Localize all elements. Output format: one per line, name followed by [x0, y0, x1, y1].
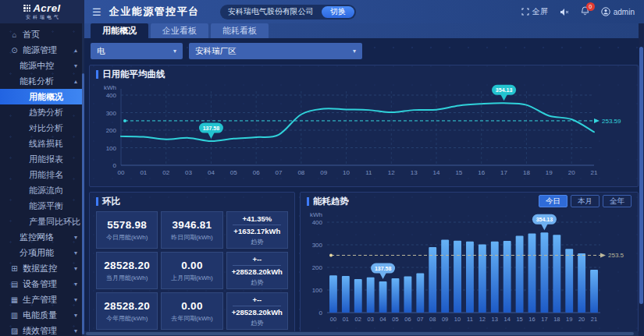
stat-label: 今年用能(kWh): [106, 314, 148, 323]
select-value: 电: [97, 46, 105, 57]
vertical-scrollbar[interactable]: [639, 23, 644, 336]
sidebar-item-用能概况[interactable]: 用能概况: [0, 89, 84, 104]
sidebar-item-用能排名[interactable]: 用能排名: [0, 167, 84, 182]
horizontal-scrollbar[interactable]: [84, 331, 639, 336]
svg-text:01: 01: [140, 169, 147, 176]
svg-text:300: 300: [312, 242, 323, 249]
energy-management-icon: ⊙: [10, 46, 19, 55]
sidebar-item-趋势分析[interactable]: 趋势分析: [0, 104, 84, 120]
trend-percent: +--: [252, 295, 262, 304]
daily-curve-title: 日用能平均曲线: [102, 69, 165, 80]
svg-text:02: 02: [162, 169, 169, 176]
stat-card: 0.00去年同期(kWh): [161, 292, 222, 330]
svg-text:11: 11: [467, 316, 473, 323]
brand-name: Acrel: [33, 2, 60, 14]
sidebar-item-能源管理[interactable]: ⊙能源管理▴: [0, 42, 84, 58]
sidebar-item-生产管理[interactable]: ▦生产管理▾: [0, 292, 84, 307]
divider: [233, 225, 281, 225]
svg-text:0: 0: [113, 162, 117, 169]
sidebar-item-label: 用能排名: [29, 169, 63, 181]
trend-delta: +28528.20kWh: [232, 267, 283, 276]
svg-text:15: 15: [516, 316, 522, 323]
sidebar-item-分项用能[interactable]: 分项用能▾: [0, 245, 84, 260]
sidebar-item-能源平衡[interactable]: 能源平衡: [0, 198, 84, 214]
user-menu[interactable]: admin: [601, 7, 635, 16]
svg-text:10: 10: [343, 169, 350, 176]
title-accent: [307, 197, 309, 206]
sidebar-item-产量同比环比[interactable]: 产量同比环比: [0, 214, 84, 229]
chevron-up-icon: ▴: [74, 78, 77, 85]
stat-value: 0.00: [181, 260, 202, 271]
company-name: 安科瑞电气股份有限公司: [228, 6, 314, 17]
stat-label: 上月同期(kWh): [171, 274, 212, 282]
sidebar-item-能源中控[interactable]: 能源中控▾: [0, 58, 84, 73]
sidebar-item-能源流向[interactable]: 能源流向: [0, 182, 84, 198]
tab-用能概况[interactable]: 用能概况: [91, 23, 148, 38]
svg-text:20: 20: [568, 169, 575, 176]
range-button-全年[interactable]: 全年: [603, 195, 632, 207]
fullscreen-button[interactable]: 全屏: [521, 6, 548, 17]
energy-type-select[interactable]: 电▾: [91, 43, 183, 59]
username: admin: [614, 8, 635, 16]
sidebar-item-label: 能源流向: [29, 185, 63, 196]
sidebar-item-绩效管理[interactable]: ▨绩效管理▾: [0, 323, 84, 336]
area-select[interactable]: 安科瑞厂区▾: [189, 43, 362, 59]
notification-badge: 0: [586, 2, 595, 11]
switch-company-button[interactable]: 切换: [322, 6, 354, 18]
comparison-cards: 5578.98今日用能(kWh)3946.81昨日同期(kWh)+41.35%+…: [90, 210, 294, 334]
sidebar-item-label: 能耗分析: [20, 76, 54, 87]
sidebar-item-label: 趋势分析: [29, 107, 63, 118]
svg-text:253.59: 253.59: [602, 118, 621, 125]
daily-curve-chart[interactable]: 0100200300400kWh000102030405060708091011…: [90, 83, 636, 186]
sidebar-item-用能报表[interactable]: 用能报表: [0, 151, 84, 167]
tab-企业看板[interactable]: 企业看板: [151, 23, 208, 38]
production-management-icon: ▦: [10, 295, 19, 304]
svg-text:05: 05: [230, 169, 237, 176]
svg-text:137.58: 137.58: [375, 266, 392, 271]
company-selector: 安科瑞电气股份有限公司 切换: [220, 5, 356, 19]
svg-text:0: 0: [319, 309, 323, 317]
svg-text:18: 18: [553, 316, 560, 323]
sidebar-item-对比分析[interactable]: 对比分析: [0, 120, 84, 136]
top-header: ☰ 企业能源管控平台 安科瑞电气股份有限公司 切换 全屏 0: [84, 0, 644, 23]
sidebar-item-首页[interactable]: ⌂首页: [0, 27, 84, 42]
svg-text:14: 14: [504, 316, 511, 323]
svg-text:09: 09: [320, 169, 327, 176]
content: 电▾安科瑞厂区▾ 日用能平均曲线 0100200300400kWh0001020…: [84, 38, 644, 336]
sidebar-item-电能质量[interactable]: ▥电能质量▾: [0, 307, 84, 323]
menu-toggle-icon[interactable]: ☰: [92, 7, 101, 17]
brand-subtitle: 安科瑞电气: [26, 14, 61, 21]
svg-text:200: 200: [312, 264, 323, 271]
sidebar-nav: ⌂首页⊙能源管理▴能源中控▾能耗分析▴用能概况趋势分析对比分析线路损耗用能报表用…: [0, 23, 84, 336]
notifications-button[interactable]: 0: [581, 6, 589, 17]
svg-text:04: 04: [208, 169, 215, 176]
comparison-title: 环比: [102, 196, 120, 207]
svg-text:13: 13: [492, 316, 498, 323]
device-management-icon: ▤: [10, 280, 19, 288]
stat-label: 今日用能(kWh): [106, 233, 148, 242]
trend-card: +--+28528.20kWh趋势: [226, 252, 288, 289]
trend-bar-chart[interactable]: 0100200300400kWh000102030405060708091011…: [301, 210, 636, 327]
range-button-今日[interactable]: 今日: [539, 195, 568, 207]
sidebar-item-线路损耗[interactable]: 线路损耗: [0, 136, 84, 151]
sidebar-item-label: 电能质量: [23, 309, 57, 321]
sidebar-item-监控网络[interactable]: 监控网络▾: [0, 229, 84, 245]
stat-value: 28528.20: [104, 260, 150, 271]
chevron-up-icon: ▴: [74, 47, 77, 54]
chevron-down-icon: ▾: [353, 48, 356, 55]
title-accent: [96, 197, 98, 206]
svg-text:07: 07: [276, 169, 283, 176]
power-quality-icon: ▥: [10, 311, 19, 320]
stat-value: 0.00: [181, 300, 202, 312]
svg-text:08: 08: [429, 316, 436, 323]
range-button-本月[interactable]: 本月: [571, 195, 600, 207]
sidebar-item-数据监控[interactable]: ⊞数据监控▾: [0, 260, 84, 276]
mute-button[interactable]: [560, 8, 569, 16]
svg-text:21: 21: [591, 316, 597, 323]
svg-text:13: 13: [411, 169, 418, 176]
tab-能耗看板[interactable]: 能耗看板: [211, 23, 269, 38]
chevron-down-icon: ▾: [74, 312, 77, 319]
chevron-down-icon: ▾: [74, 281, 77, 288]
sidebar-item-能耗分析[interactable]: 能耗分析▴: [0, 73, 84, 89]
sidebar-item-设备管理[interactable]: ▤设备管理▾: [0, 276, 84, 292]
